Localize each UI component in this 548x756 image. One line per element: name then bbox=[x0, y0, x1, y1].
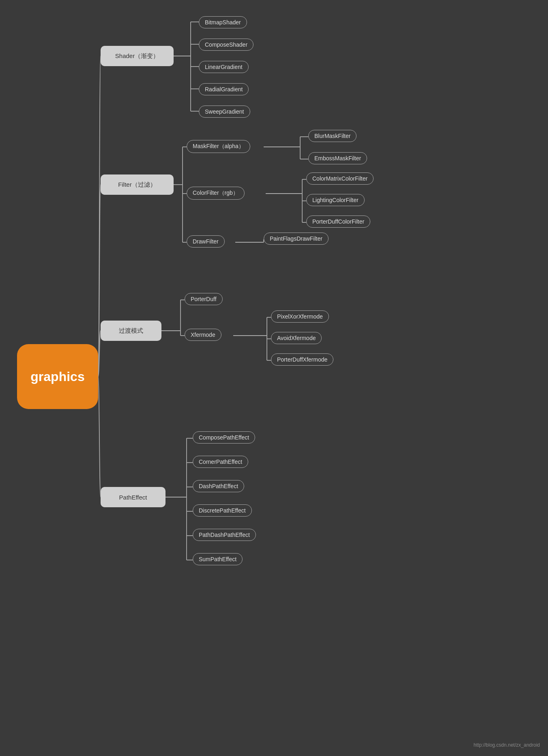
node-patheffect-label: PathEffect bbox=[119, 494, 147, 501]
leaf-sweep: SweepGradient bbox=[199, 106, 250, 118]
leaf-porterduff-t: PorterDuff bbox=[185, 293, 223, 305]
watermark: http://blog.csdn.net/zx_android bbox=[474, 742, 540, 748]
node-colorfilter: ColorFilter（rgb） bbox=[187, 187, 245, 200]
leaf-radial: RadialGradient bbox=[199, 83, 249, 95]
node-transition: 过渡模式 bbox=[101, 321, 161, 341]
node-filter-label: Filter（过滤） bbox=[118, 181, 156, 189]
leaf-linear: LinearGradient bbox=[199, 61, 249, 73]
leaf-bitmap: BitmapShader bbox=[199, 16, 247, 28]
leaf-pathdashpath: PathDashPathEffect bbox=[193, 529, 256, 541]
leaf-paintflags: PaintFlagsDrawFilter bbox=[264, 233, 329, 245]
leaf-sumpath: SumPathEffect bbox=[193, 553, 243, 565]
node-shader: Shader（渐变） bbox=[101, 46, 174, 66]
root-label: graphics bbox=[30, 369, 84, 384]
leaf-porterduffx: PorterDuffXfermode bbox=[271, 353, 333, 366]
node-transition-label: 过渡模式 bbox=[119, 327, 143, 335]
leaf-porterduff-cf: PorterDuffColorFilter bbox=[306, 215, 370, 228]
leaf-compose-shader: ComposeShader bbox=[199, 39, 254, 51]
leaf-colormatrix: ColorMatrixColorFilter bbox=[306, 172, 374, 185]
leaf-blur: BlurMaskFilter bbox=[308, 130, 357, 142]
root-node: graphics bbox=[17, 344, 98, 409]
leaf-avoid: AvoidXfermode bbox=[271, 332, 322, 344]
leaf-composepath: ComposePathEffect bbox=[193, 431, 255, 444]
leaf-lighting: LightingColorFilter bbox=[306, 194, 365, 206]
leaf-dashpath: DashPathEffect bbox=[193, 480, 244, 492]
node-drawfilter: DrawFilter bbox=[187, 235, 225, 248]
node-patheffect: PathEffect bbox=[101, 487, 165, 507]
leaf-discretepath: DiscretePathEffect bbox=[193, 504, 252, 517]
leaf-cornerpath: CornerPathEffect bbox=[193, 456, 248, 468]
node-maskfilter: MaskFilter（alpha） bbox=[187, 140, 250, 153]
node-xfermode: Xfermode bbox=[185, 329, 221, 341]
leaf-emboss: EmbossMaskFilter bbox=[308, 152, 367, 164]
node-shader-label: Shader（渐变） bbox=[115, 52, 159, 60]
node-filter: Filter（过滤） bbox=[101, 174, 174, 195]
leaf-pixelxor: PixelXorXfermode bbox=[271, 310, 329, 323]
